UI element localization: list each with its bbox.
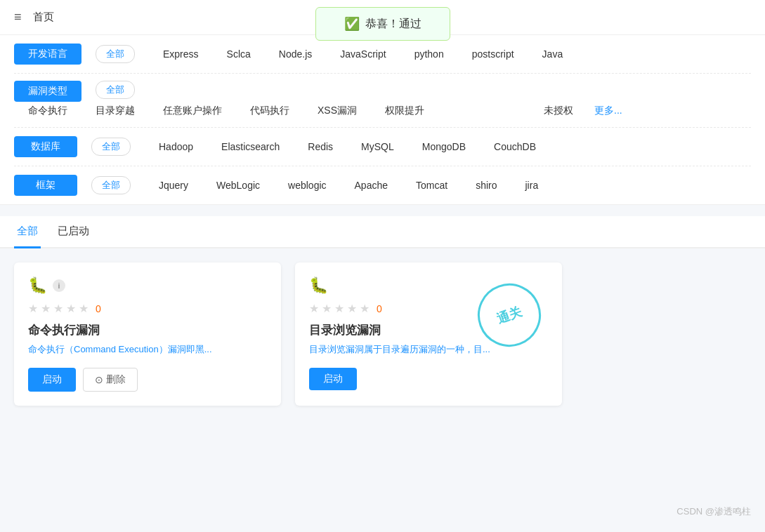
- tab-all[interactable]: 全部: [14, 216, 41, 248]
- filter-all-framework[interactable]: 全部: [91, 176, 131, 194]
- star-3-0: ★: [53, 302, 63, 315]
- card-actions-1: 启动: [309, 368, 548, 390]
- start-button-1[interactable]: 启动: [309, 368, 357, 390]
- star-2-0: ★: [41, 302, 51, 315]
- filter-all-language[interactable]: 全部: [96, 45, 135, 63]
- filter-label-framework: 框架: [14, 175, 77, 196]
- recycle-icon-0: ⊙: [95, 374, 103, 385]
- filter-item-nodejs[interactable]: Node.js: [265, 46, 326, 62]
- filter-item-java[interactable]: Java: [528, 46, 577, 62]
- info-badge-0[interactable]: i: [53, 279, 65, 292]
- filter-item-code-exec[interactable]: 代码执行: [236, 102, 303, 120]
- filter-item-mongodb[interactable]: MongoDB: [408, 138, 480, 155]
- filter-row-vulntype: 漏洞类型 全部 命令执行 目录穿越 任意账户操作 代码执行 XSS漏洞 权限提升…: [14, 74, 751, 128]
- star-2-1: ★: [322, 302, 332, 315]
- filter-item-cmd[interactable]: 命令执行: [14, 102, 81, 120]
- delete-button-0[interactable]: ⊙ 删除: [83, 368, 138, 392]
- filter-panel: 开发语言 全部 Express Sclca Node.js JavaScript…: [0, 35, 765, 205]
- start-button-0[interactable]: 启动: [28, 368, 76, 392]
- filter-item-dir-traverse[interactable]: 目录穿越: [81, 102, 149, 120]
- cards-area: 🐛 i ★ ★ ★ ★ ★ 0 命令执行漏洞 命令执行（Command Exec…: [0, 248, 765, 420]
- filter-item-sclca[interactable]: Sclca: [213, 46, 265, 62]
- filter-item-postscript[interactable]: postscript: [458, 46, 528, 62]
- tab-started[interactable]: 已启动: [55, 216, 92, 248]
- filter-item-weblogic-cap[interactable]: WebLogic: [202, 177, 274, 194]
- filter-item-weblogic[interactable]: weblogic: [274, 177, 340, 194]
- star-4-1: ★: [347, 302, 357, 315]
- filter-all-db[interactable]: 全部: [91, 138, 131, 156]
- success-check-icon: ✅: [344, 16, 360, 32]
- vuln-card-0: 🐛 i ★ ★ ★ ★ ★ 0 命令执行漏洞 命令执行（Command Exec…: [14, 262, 281, 406]
- card-header-0: 🐛 i: [28, 277, 267, 295]
- filter-label-db: 数据库: [14, 136, 77, 157]
- filter-all-vulntype[interactable]: 全部: [96, 81, 135, 99]
- star-count-0: 0: [96, 303, 101, 314]
- filter-items-framework: Jquery WebLogic weblogic Apache Tomcat s…: [145, 177, 552, 194]
- filter-items-db: Hadoop Elasticsearch Redis MySQL MongoDB…: [145, 138, 550, 155]
- delete-label-0: 删除: [106, 373, 126, 386]
- star-count-1: 0: [377, 303, 382, 314]
- card-desc-0: 命令执行（Command Execution）漏洞即黑...: [28, 343, 267, 357]
- success-banner: ✅ 恭喜！通过: [315, 7, 450, 41]
- filter-row-framework: 框架 全部 Jquery WebLogic weblogic Apache To…: [14, 166, 751, 204]
- filter-item-unauth[interactable]: 未授权: [530, 102, 587, 120]
- card-actions-0: 启动 ⊙ 删除: [28, 368, 267, 392]
- star-3-1: ★: [334, 302, 344, 315]
- filter-item-couchdb[interactable]: CouchDB: [480, 138, 550, 155]
- filter-item-redis[interactable]: Redis: [294, 138, 347, 155]
- filter-item-python[interactable]: python: [400, 46, 458, 62]
- filter-item-jquery[interactable]: Jquery: [145, 177, 202, 194]
- banner-text: 恭喜！通过: [365, 17, 421, 32]
- card-title-0: 命令执行漏洞: [28, 322, 267, 338]
- star-5-0: ★: [79, 302, 89, 315]
- filter-item-express[interactable]: Express: [149, 46, 213, 62]
- vuln-card-1: 🐛 ★ ★ ★ ★ ★ 0 目录浏览漏洞 目录浏览漏洞属于目录遍历漏洞的一种，目…: [295, 262, 562, 406]
- filter-item-xss[interactable]: XSS漏洞: [303, 102, 371, 120]
- filter-label-language: 开发语言: [14, 44, 81, 65]
- filter-item-mysql[interactable]: MySQL: [347, 138, 408, 155]
- filter-more-vulntype[interactable]: 更多...: [594, 105, 622, 117]
- filter-row-language: 开发语言 全部 Express Sclca Node.js JavaScript…: [14, 35, 751, 74]
- filter-item-privilege[interactable]: 权限提升: [371, 102, 438, 120]
- stamp-circle-1: 通关: [469, 274, 549, 355]
- filter-item-account[interactable]: 任意账户操作: [149, 102, 236, 120]
- filter-row-db: 数据库 全部 Hadoop Elasticsearch Redis MySQL …: [14, 128, 751, 166]
- vuln-tabs: 全部 已启动: [0, 216, 765, 248]
- filter-items-vulntype: 命令执行 目录穿越 任意账户操作 代码执行 XSS漏洞 权限提升 未授权 更多.…: [14, 102, 622, 120]
- filter-item-jira[interactable]: jira: [511, 177, 553, 194]
- home-link[interactable]: 首页: [33, 11, 54, 24]
- bug-icon-1: 🐛: [309, 277, 328, 295]
- stamp-1: 通关: [478, 284, 541, 347]
- bug-icon-0: 🐛: [28, 277, 47, 295]
- filter-item-hadoop[interactable]: Hadoop: [145, 138, 207, 155]
- filter-item-elasticsearch[interactable]: Elasticsearch: [207, 138, 294, 155]
- filter-item-apache[interactable]: Apache: [341, 177, 402, 194]
- star-1-0: ★: [28, 302, 38, 315]
- filter-item-shiro[interactable]: shiro: [462, 177, 511, 194]
- star-1-1: ★: [309, 302, 319, 315]
- stars-0: ★ ★ ★ ★ ★ 0: [28, 302, 267, 315]
- star-4-0: ★: [66, 302, 76, 315]
- filter-item-javascript[interactable]: JavaScript: [326, 46, 400, 62]
- filter-item-tomcat[interactable]: Tomcat: [402, 177, 462, 194]
- menu-icon[interactable]: ≡: [14, 10, 22, 25]
- star-5-1: ★: [360, 302, 370, 315]
- filter-label-vulntype: 漏洞类型: [14, 81, 81, 102]
- filter-items-language: Express Sclca Node.js JavaScript python …: [149, 46, 577, 62]
